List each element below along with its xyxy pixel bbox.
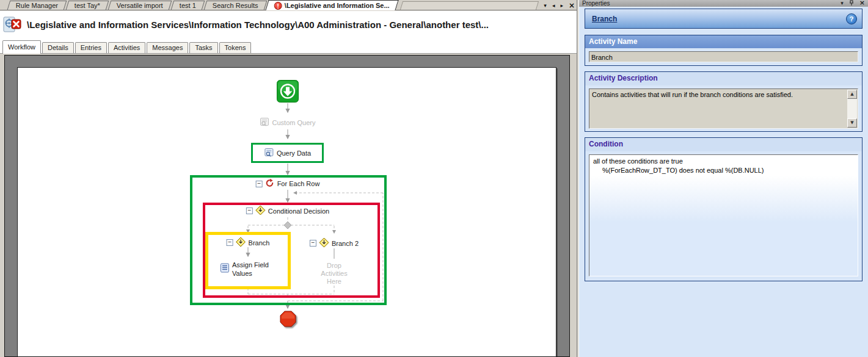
tab-close-button[interactable]: × [569, 3, 575, 9]
query-activity-icon [260, 117, 270, 128]
scroll-down-button[interactable]: ▼ [847, 118, 857, 128]
for-each-row-node[interactable]: − For Each Row [256, 178, 320, 189]
activity-description-textarea[interactable]: Contains activities that will run if the… [589, 88, 858, 129]
activity-description-text: Contains activities that will run if the… [589, 89, 858, 100]
tab-well [400, 1, 539, 10]
doc-tab-label: Rule Manager [16, 2, 58, 9]
condition-rule: %(ForEachRow_DT_TO) does not equal %(DB.… [602, 167, 854, 174]
doc-tab-label: Versatile import [117, 2, 163, 9]
properties-title-bar: Properties ▾ × [579, 0, 868, 7]
node-label: Conditional Decision [268, 207, 329, 215]
collapse-toggle[interactable]: − [246, 207, 253, 214]
document-tab-bar: Rule Manager test Tay* Versatile import … [0, 0, 579, 10]
branch-2-node[interactable]: − Branch 2 [310, 237, 359, 249]
activity-description-header: Activity Description [585, 72, 862, 85]
doc-tab-active-legislative[interactable]: ! \Legislative and Information Se... [266, 0, 399, 10]
condition-section: Condition all of these conditions are tr… [585, 137, 863, 281]
help-button[interactable]: ? [846, 13, 857, 24]
doc-tab-search-results[interactable]: Search Results [204, 1, 267, 10]
properties-panel-title: Properties [582, 0, 610, 7]
query-activity-icon [264, 148, 274, 159]
activity-description-section: Activity Description Contains activities… [585, 71, 863, 132]
description-scrollbar[interactable]: ▲ ▼ [847, 90, 857, 128]
alert-icon: ! [274, 2, 282, 10]
query-data-node[interactable]: Query Data [264, 148, 311, 159]
doc-tab-rule-manager[interactable]: Rule Manager [7, 1, 67, 10]
tab-entries[interactable]: Entries [75, 42, 107, 53]
activity-name-header: Activity Name [585, 35, 862, 48]
collapse-toggle[interactable]: − [310, 240, 316, 247]
activity-help-link[interactable]: Branch [592, 15, 617, 23]
tab-tasks[interactable]: Tasks [189, 42, 217, 53]
document-pane: Rule Manager test Tay* Versatile import … [0, 0, 579, 357]
loop-icon [265, 178, 275, 189]
condition-header: Condition [585, 138, 862, 151]
workflow-canvas-page: Custom Query Query Data [17, 67, 556, 357]
custom-query-node[interactable]: Custom Query [260, 117, 316, 128]
document-path-title: \Legislative and Information Services\In… [27, 20, 489, 30]
collapse-toggle[interactable]: − [256, 181, 263, 187]
activity-name-input[interactable]: Branch [589, 51, 858, 62]
document-header: \Legislative and Information Services\In… [0, 11, 579, 38]
end-activity-node[interactable] [280, 311, 296, 328]
panel-close-button[interactable]: × [859, 0, 865, 6]
tab-bar-controls: ▾ ◂ ▸ × [544, 2, 579, 10]
activity-name-section: Activity Name Branch [585, 35, 863, 66]
activity-header-banner: Branch ? [585, 9, 863, 29]
node-label: Branch 2 [332, 240, 359, 247]
workflow-design-surface: Custom Query Query Data [4, 55, 570, 357]
doc-tab-label: test Tay* [75, 2, 100, 9]
tab-workflow[interactable]: Workflow [2, 40, 41, 54]
node-label: Assign Field Values [232, 261, 277, 278]
doc-tab-label: \Legislative and Information Se... [285, 2, 390, 9]
scroll-up-button[interactable]: ▲ [847, 90, 857, 99]
condition-root-rule: all of these conditions are true [593, 157, 854, 165]
doc-tab-versatile-import[interactable]: Versatile import [108, 1, 172, 10]
drop-activities-hint: Drop Activities Here [314, 262, 354, 286]
doc-tab-label: test 1 [180, 2, 196, 9]
doc-tab-test-1[interactable]: test 1 [171, 1, 205, 10]
doc-tab-label: Search Results [213, 2, 258, 9]
assign-field-values-node[interactable]: Assign Field Values [220, 261, 277, 278]
workflow-error-icon [3, 15, 21, 34]
conditional-decision-node[interactable]: − Conditional Decision [246, 205, 329, 217]
branch-node[interactable]: − Branch [227, 237, 270, 248]
tab-messages[interactable]: Messages [147, 42, 188, 53]
tab-activities[interactable]: Activities [108, 42, 145, 53]
panel-position-dropdown-button[interactable]: ▾ [841, 0, 844, 6]
branch-diamond-icon [236, 237, 246, 248]
node-label: Query Data [277, 150, 311, 157]
start-activity-node[interactable] [277, 80, 299, 103]
node-label: For Each Row [277, 180, 320, 187]
workflow-designer-window: Rule Manager test Tay* Versatile import … [0, 0, 868, 357]
tab-tokens[interactable]: Tokens [219, 42, 252, 53]
view-tab-bar: Workflow Details Entries Activities Mess… [0, 38, 579, 54]
tab-scroll-left-button[interactable]: ◂ [552, 2, 555, 9]
node-label: Custom Query [272, 119, 316, 126]
tab-list-dropdown-button[interactable]: ▾ [544, 2, 547, 9]
branch-diamond-icon [319, 237, 329, 249]
panel-pin-icon[interactable] [849, 0, 854, 7]
condition-editor[interactable]: all of these conditions are true %(ForEa… [589, 154, 858, 276]
node-label: Branch [249, 239, 270, 247]
decision-diamond-icon [255, 205, 266, 217]
collapse-toggle[interactable]: − [227, 239, 233, 246]
properties-panel: Properties ▾ × Branch ? Activity Name Br… [579, 0, 868, 357]
doc-tab-test-tay[interactable]: test Tay* [66, 1, 109, 10]
tab-details[interactable]: Details [42, 42, 74, 53]
tab-scroll-right-button[interactable]: ▸ [560, 2, 563, 9]
assign-field-values-icon [220, 263, 230, 274]
